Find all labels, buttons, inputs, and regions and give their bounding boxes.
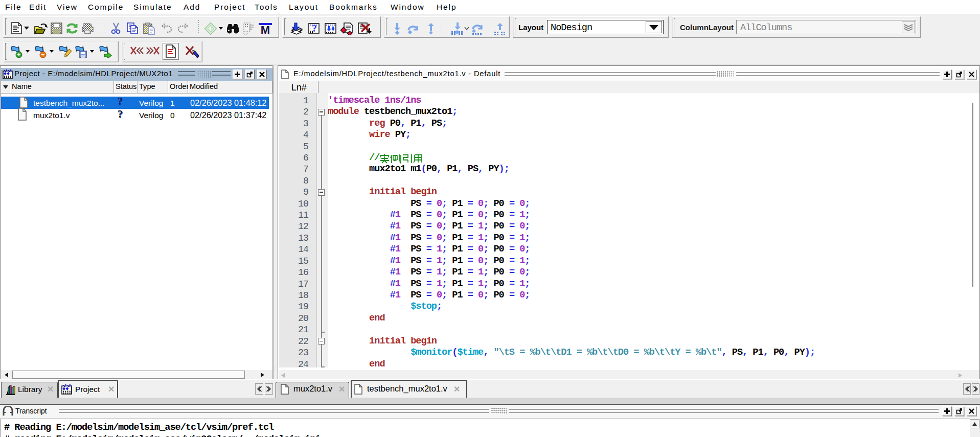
svg-text:?: ? <box>312 23 317 34</box>
svg-text:M: M <box>261 24 270 35</box>
